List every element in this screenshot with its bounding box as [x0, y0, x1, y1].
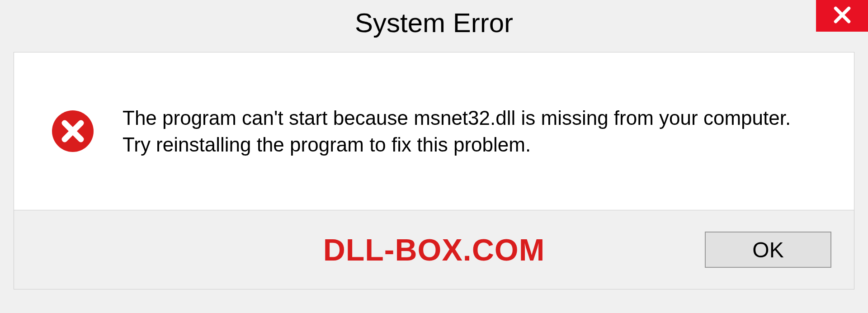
dialog-titlebar: System Error [0, 0, 868, 45]
dialog-title: System Error [355, 7, 513, 38]
close-icon [831, 4, 854, 28]
error-circle-x-icon [50, 109, 95, 154]
close-button[interactable] [816, 0, 868, 32]
error-message: The program can't start because msnet32.… [123, 104, 818, 158]
dialog-footer: DLL-BOX.COM OK [14, 210, 854, 289]
dialog-content: The program can't start because msnet32.… [14, 52, 854, 210]
ok-button[interactable]: OK [705, 232, 831, 268]
watermark-text: DLL-BOX.COM [323, 232, 545, 267]
